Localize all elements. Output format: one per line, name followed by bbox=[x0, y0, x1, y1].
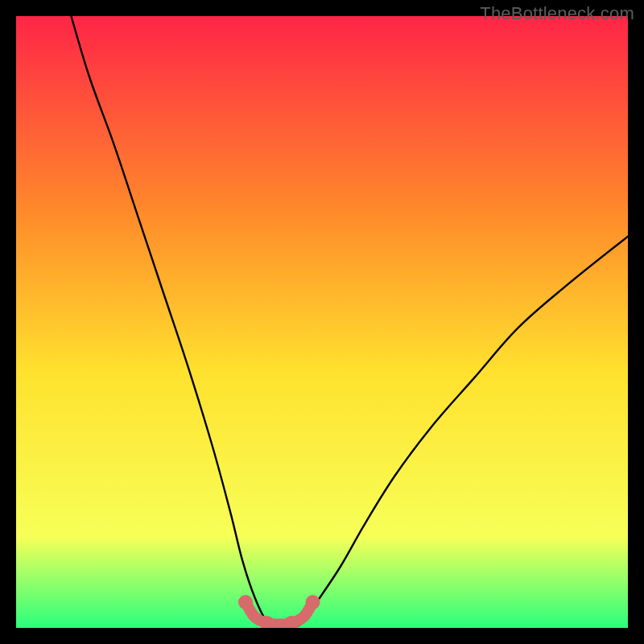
plot-area bbox=[16, 16, 628, 628]
gradient-background bbox=[16, 16, 628, 628]
highlight-dot bbox=[238, 595, 253, 609]
chart-frame: TheBottleneck.com bbox=[0, 0, 644, 644]
chart-svg bbox=[16, 16, 628, 628]
highlight-dot bbox=[306, 595, 320, 609]
watermark-text: TheBottleneck.com bbox=[480, 3, 634, 24]
